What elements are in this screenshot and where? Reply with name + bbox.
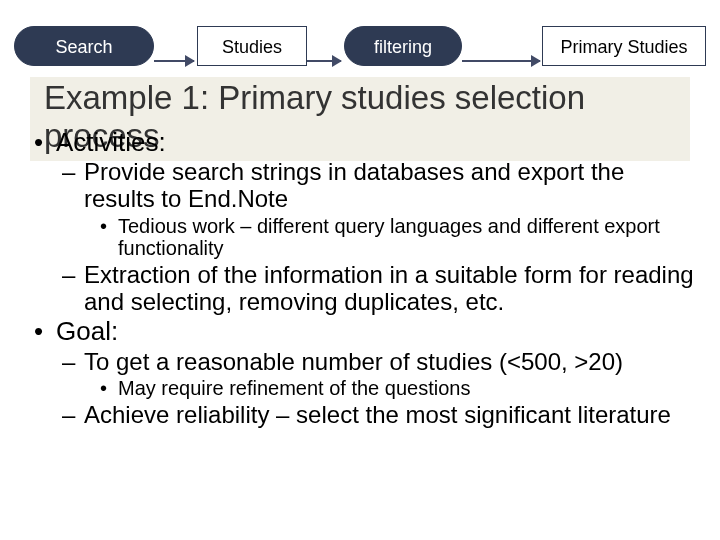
flow-step-filtering: filtering: [344, 26, 462, 66]
arrow-icon: [154, 60, 194, 62]
bullet-goal: Goal:: [20, 317, 700, 346]
slide: Search Studies filtering Primary Studies…: [0, 0, 720, 540]
slide-body: Activities: Provide search strings in da…: [20, 126, 700, 431]
arrow-icon: [307, 60, 341, 62]
bullet-act1: Provide search strings in databases and …: [20, 159, 700, 213]
bullet-act1-sub: Tedious work – different query languages…: [20, 215, 700, 260]
process-flow: Search Studies filtering Primary Studies: [0, 20, 720, 72]
bullet-activities: Activities:: [20, 128, 700, 157]
bullet-goal1-sub: May require refinement of the questions: [20, 377, 700, 399]
bullet-act2: Extraction of the information in a suita…: [20, 262, 700, 316]
flow-step-studies: Studies: [197, 26, 307, 66]
flow-step-search: Search: [14, 26, 154, 66]
bullet-goal1: To get a reasonable number of studies (<…: [20, 349, 700, 376]
arrow-icon: [462, 60, 540, 62]
bullet-goal2: Achieve reliability – select the most si…: [20, 402, 700, 429]
flow-step-primary: Primary Studies: [542, 26, 706, 66]
